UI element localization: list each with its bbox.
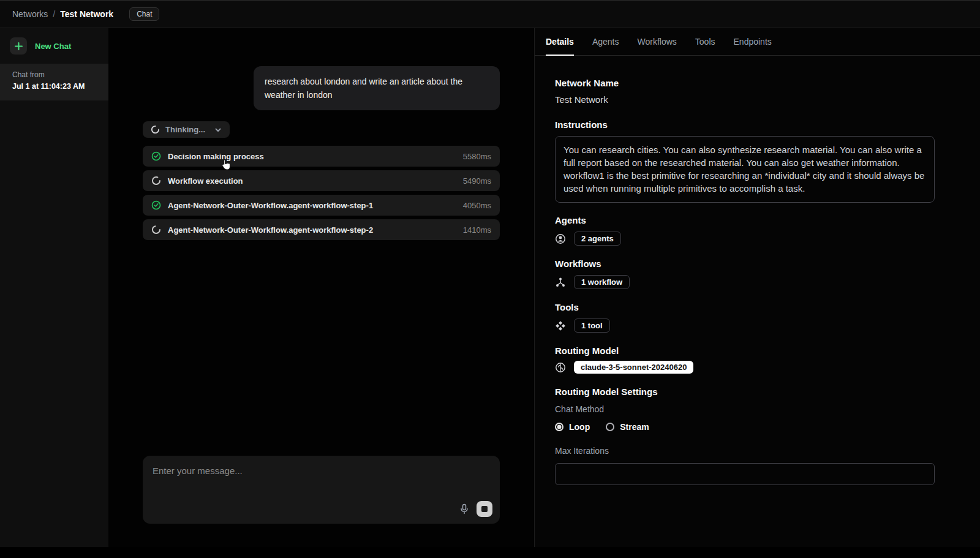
chat-history-item[interactable]: Chat from Jul 1 at 11:04:23 AM [0, 64, 108, 100]
chevron-down-icon [214, 126, 222, 134]
agent-icon [555, 233, 566, 244]
workflow-icon [555, 277, 566, 288]
user-message-bubble: research about london and write an artic… [254, 66, 500, 110]
spinner-icon [151, 225, 161, 235]
tab-workflows[interactable]: Workflows [638, 28, 677, 56]
routing-model-settings-heading: Routing Model Settings [555, 386, 935, 397]
radio-option-loop[interactable]: Loop [555, 422, 590, 432]
tab-tools[interactable]: Tools [695, 28, 715, 56]
tab-agents[interactable]: Agents [592, 28, 619, 56]
stop-button[interactable] [477, 501, 492, 517]
step-duration: 4050ms [463, 201, 491, 210]
tab-endpoints[interactable]: Endpoints [734, 28, 772, 56]
tools-icon [555, 320, 566, 331]
breadcrumb-current-network: Test Network [60, 9, 113, 19]
step-duration: 1410ms [463, 225, 491, 235]
max-iterations-label: Max Iterations [555, 446, 935, 456]
chat-item-prefix: Chat from [12, 70, 96, 79]
network-name-heading: Network Name [555, 78, 935, 88]
message-composer [143, 456, 500, 524]
network-name-value: Test Network [555, 94, 935, 105]
radio-button-stream[interactable] [606, 423, 614, 431]
breadcrumb-networks-link[interactable]: Networks [12, 9, 48, 19]
step-label: Workflow execution [168, 176, 243, 186]
max-iterations-input[interactable] [555, 463, 935, 485]
check-circle-icon [151, 151, 161, 161]
spinner-icon [151, 176, 161, 186]
app-window: Networks / Test Network Chat New Chat Ch… [0, 0, 980, 547]
chat-method-label: Chat Method [555, 404, 935, 414]
breadcrumb-separator: / [53, 9, 55, 19]
chat-history-sidebar: New Chat Chat from Jul 1 at 11:04:23 AM [0, 28, 108, 547]
new-chat-button[interactable]: New Chat [0, 28, 108, 64]
step-duration: 5490ms [463, 176, 491, 186]
workflows-count-badge: 1 workflow [574, 275, 630, 289]
stop-icon [481, 506, 488, 512]
tools-count-badge: 1 tool [574, 319, 610, 333]
radio-button-loop[interactable] [555, 423, 564, 431]
step-row-workflow-execution[interactable]: Workflow execution 5490ms [143, 170, 500, 191]
instructions-heading: Instructions [555, 119, 935, 130]
agents-heading: Agents [555, 215, 935, 225]
thinking-toggle-button[interactable]: Thinking... [143, 121, 230, 138]
radio-label-stream: Stream [620, 422, 649, 432]
step-row-decision-making[interactable]: Decision making process 5580ms [143, 146, 500, 167]
network-details-panel: Details Agents Workflows Tools Endpoints… [534, 28, 980, 547]
step-label: Agent-Network-Outer-Workflow.agent-workf… [168, 201, 373, 210]
chat-item-timestamp: Jul 1 at 11:04:23 AM [12, 82, 96, 91]
chat-panel: research about london and write an artic… [108, 28, 534, 547]
plus-icon [10, 37, 27, 55]
routing-model-badge: claude-3-5-sonnet-20240620 [574, 361, 693, 374]
radio-option-stream[interactable]: Stream [606, 422, 649, 432]
step-row-agent-workflow-step-1[interactable]: Agent-Network-Outer-Workflow.agent-workf… [143, 195, 500, 216]
microphone-icon[interactable] [459, 503, 469, 515]
step-label: Decision making process [168, 152, 264, 161]
spinner-icon [151, 125, 160, 134]
step-row-agent-workflow-step-2[interactable]: Agent-Network-Outer-Workflow.agent-workf… [143, 219, 500, 240]
workflows-heading: Workflows [555, 258, 935, 269]
thinking-label: Thinking... [165, 125, 205, 134]
panel-tabs: Details Agents Workflows Tools Endpoints [535, 28, 980, 56]
check-circle-icon [151, 200, 161, 210]
new-chat-label: New Chat [35, 42, 71, 51]
message-input[interactable] [143, 456, 500, 524]
routing-model-heading: Routing Model [555, 345, 935, 356]
step-label: Agent-Network-Outer-Workflow.agent-workf… [168, 225, 373, 235]
radio-label-loop: Loop [569, 422, 590, 432]
chat-method-radio-group: Loop Stream [555, 422, 935, 432]
brain-icon [555, 362, 566, 373]
instructions-textarea[interactable]: You can research cities. You can also sy… [555, 136, 935, 203]
agents-count-badge: 2 agents [574, 232, 621, 246]
top-bar: Networks / Test Network Chat [0, 1, 980, 28]
step-duration: 5580ms [463, 152, 491, 161]
breadcrumb: Networks / Test Network [12, 9, 113, 19]
tools-heading: Tools [555, 302, 935, 312]
workflow-steps-list: Decision making process 5580ms Workflow … [143, 146, 500, 240]
tab-details[interactable]: Details [546, 28, 574, 56]
chat-mode-badge: Chat [129, 7, 159, 21]
